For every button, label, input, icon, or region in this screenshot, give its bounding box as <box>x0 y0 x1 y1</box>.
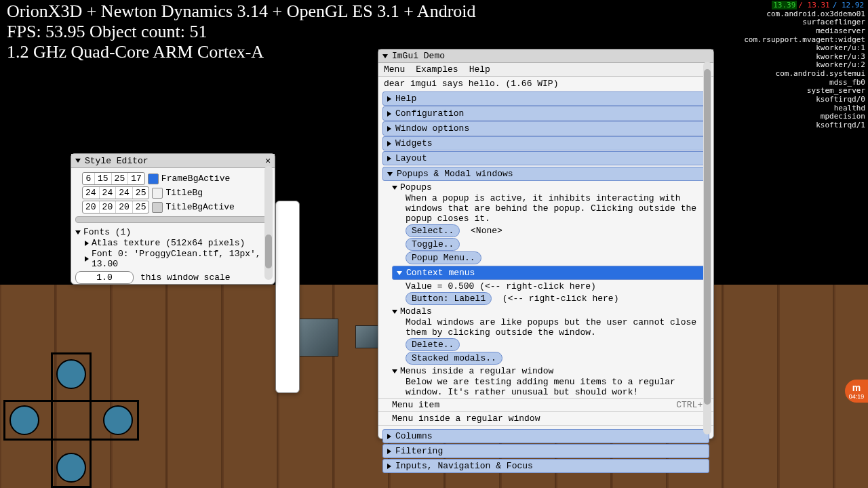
modals-desc: Modal windows are like popups but the us… <box>406 317 713 338</box>
dpad-down[interactable] <box>56 453 86 483</box>
fonts-node[interactable]: Fonts (1) <box>75 227 271 237</box>
color-row[interactable]: 6152517 FrameBgActive <box>82 172 271 185</box>
dpad-control[interactable] <box>0 352 142 488</box>
dpad-up[interactable] <box>56 359 86 389</box>
menu-item[interactable]: Menu itemCTRL+M <box>378 398 713 411</box>
header-window-options[interactable]: Window options <box>382 121 709 136</box>
delete-button[interactable]: Delete.. <box>406 338 460 351</box>
window-scale-input[interactable]: 1.0 <box>75 271 134 284</box>
header-inputs-navigation-focus[interactable]: Inputs, Navigation & Focus <box>382 459 709 473</box>
select-button[interactable]: Select.. <box>406 224 460 237</box>
style-editor-titlebar[interactable]: Style Editor ✕ <box>71 154 275 168</box>
hello-text: dear imgui says hello. (1.66 WIP) <box>378 77 713 91</box>
header-configuration[interactable]: Configuration <box>382 106 709 121</box>
atlas-node[interactable]: Atlas texture (512x64 pixels) <box>85 238 271 248</box>
font0-node[interactable]: Font 0: 'ProggyClean.ttf, 13px', 13.00 <box>85 249 271 269</box>
submenu-item[interactable]: Menu inside a regular window <box>378 411 713 426</box>
menus-desc: Below we are testing adding menu items t… <box>406 377 713 397</box>
collapse-icon[interactable] <box>382 54 388 58</box>
select-value: <None> <box>471 226 502 236</box>
popups-desc: When a popup is active, it inhibits inte… <box>406 193 713 224</box>
menu-help[interactable]: Help <box>469 64 490 75</box>
stacked-modals-button[interactable]: Stacked modals.. <box>406 352 502 365</box>
header-layout[interactable]: Layout <box>382 151 709 165</box>
process-list: 13.39/ 13.31/ 12.92 com.android.ox3ddemo… <box>744 1 865 130</box>
node-popups[interactable]: Popups <box>392 182 713 192</box>
imgui-demo-window[interactable]: ImGui Demo Menu Examples Help dear imgui… <box>378 49 714 439</box>
vscrollbar[interactable] <box>264 166 273 280</box>
window-title: Style Editor <box>85 156 149 166</box>
color-row[interactable]: 20202025 TitleBgActive <box>82 201 271 214</box>
vscrollbar[interactable] <box>703 62 711 434</box>
hscrollbar[interactable] <box>75 216 271 223</box>
popup-menu-button[interactable]: Popup Menu.. <box>406 251 481 264</box>
window-title: ImGui Demo <box>392 51 445 61</box>
node-menus-regular[interactable]: Menus inside a regular window <box>392 366 713 376</box>
recorder-badge: m 04:19 <box>845 380 868 403</box>
node-modals[interactable]: Modals <box>392 306 713 317</box>
context-button[interactable]: Button: Label1 <box>406 292 492 305</box>
collapse-icon[interactable] <box>75 159 81 163</box>
dpad-left[interactable] <box>9 405 39 435</box>
dpad-right[interactable] <box>103 405 133 435</box>
header-popups[interactable]: Popups & Modal windows <box>382 167 709 181</box>
color-row[interactable]: 24242425 TitleBg <box>82 186 271 199</box>
menu-examples[interactable]: Examples <box>416 64 458 75</box>
context-value[interactable]: Value = 0.500 (<-- right-click here) <box>406 281 713 291</box>
header-widgets[interactable]: Widgets <box>382 136 709 150</box>
close-icon[interactable]: ✕ <box>265 155 271 166</box>
header-help[interactable]: Help <box>382 92 709 106</box>
window-scale-label: this window scale <box>140 272 231 283</box>
node-context-menus[interactable]: Context menus <box>392 266 709 280</box>
demo-menubar: Menu Examples Help <box>378 63 713 77</box>
context-hint: (<-- right-click here) <box>502 293 619 304</box>
menu-menu[interactable]: Menu <box>384 64 405 75</box>
demo-titlebar[interactable]: ImGui Demo <box>378 49 713 63</box>
toggle-button[interactable]: Toggle.. <box>406 238 460 251</box>
style-editor-window[interactable]: Style Editor ✕ 6152517 FrameBgActive 242… <box>71 153 275 285</box>
header-columns[interactable]: Columns <box>382 429 709 443</box>
header-filtering[interactable]: Filtering <box>382 444 709 458</box>
